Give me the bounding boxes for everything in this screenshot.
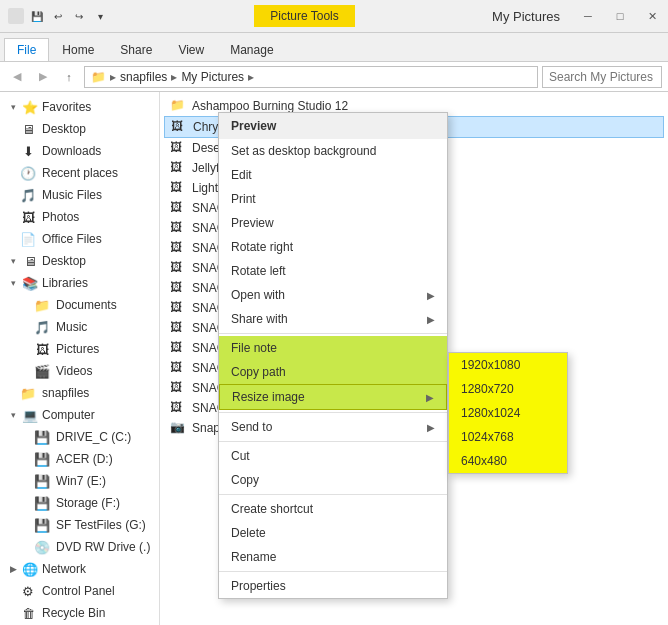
ctx-item-share-with[interactable]: Share with ▶ xyxy=(219,307,447,331)
ctx-item-send-to[interactable]: Send to ▶ xyxy=(219,415,447,439)
snapfiles-icon: 📁 xyxy=(20,385,36,401)
up-button[interactable]: ↑ xyxy=(58,66,80,88)
storage-icon: 💾 xyxy=(34,495,50,511)
path-mypictures[interactable]: My Pictures xyxy=(181,70,244,84)
ctx-item-rotate-left[interactable]: Rotate left xyxy=(219,259,447,283)
ctx-item-set-desktop[interactable]: Set as desktop background xyxy=(219,139,447,163)
undo-button[interactable]: ↩ xyxy=(49,7,67,25)
music-files-icon: 🎵 xyxy=(20,187,36,203)
tab-view[interactable]: View xyxy=(165,38,217,61)
redo-button[interactable]: ↪ xyxy=(70,7,88,25)
sidebar-item-documents[interactable]: 📁 Documents xyxy=(0,294,159,316)
ctx-item-cut[interactable]: Cut xyxy=(219,444,447,468)
expand-icon5: ▶ xyxy=(8,564,18,574)
sidebar-item-drive-c[interactable]: 💾 DRIVE_C (C:) xyxy=(0,426,159,448)
ctx-item-rename[interactable]: Rename xyxy=(219,545,447,569)
sidebar-libraries-header[interactable]: ▾ 📚 Libraries xyxy=(0,272,159,294)
ctx-item-file-note[interactable]: File note xyxy=(219,336,447,360)
acer-icon: 💾 xyxy=(34,451,50,467)
forward-button[interactable]: ▶ xyxy=(32,66,54,88)
file-icon: 📁 xyxy=(170,98,186,114)
search-input[interactable] xyxy=(542,66,662,88)
submenu-item-640[interactable]: 640x480 xyxy=(449,449,567,473)
sidebar-item-downloads[interactable]: ⬇ Downloads xyxy=(0,140,159,162)
sidebar-item-videos[interactable]: 🎬 Videos xyxy=(0,360,159,382)
context-menu: Preview Set as desktop background Edit P… xyxy=(218,112,448,599)
submenu-item-1280-1024[interactable]: 1280x1024 xyxy=(449,401,567,425)
ctx-item-delete[interactable]: Delete xyxy=(219,521,447,545)
tab-home[interactable]: Home xyxy=(49,38,107,61)
quick-access: 💾 ↩ ↪ ▾ xyxy=(28,7,109,25)
favorites-label: Favorites xyxy=(42,100,91,114)
file-icon-img: 🖼 xyxy=(171,119,187,135)
sidebar-item-music[interactable]: 🎵 Music xyxy=(0,316,159,338)
sidebar-item-storage[interactable]: 💾 Storage (F:) xyxy=(0,492,159,514)
ctx-item-open-with[interactable]: Open with ▶ xyxy=(219,283,447,307)
sidebar-network-header[interactable]: ▶ 🌐 Network xyxy=(0,558,159,580)
minimize-button[interactable]: ─ xyxy=(572,0,604,33)
ctx-item-preview[interactable]: Preview xyxy=(219,211,447,235)
recycle-bin-icon: 🗑 xyxy=(20,605,36,621)
close-button[interactable]: ✕ xyxy=(636,0,668,33)
sidebar-item-desktop[interactable]: 🖥 Desktop xyxy=(0,118,159,140)
sidebar-documents-label: Documents xyxy=(56,298,117,312)
submenu-item-1920[interactable]: 1920x1080 xyxy=(449,353,567,377)
sidebar-item-snapfiles[interactable]: 📁 snapfiles xyxy=(0,382,159,404)
favorites-icon: ⭐ xyxy=(22,99,38,115)
ctx-item-copy-path[interactable]: Copy path xyxy=(219,360,447,384)
ctx-item-create-shortcut[interactable]: Create shortcut xyxy=(219,497,447,521)
maximize-button[interactable]: □ xyxy=(604,0,636,33)
sidebar-item-acer[interactable]: 💾 ACER (D:) xyxy=(0,448,159,470)
music-icon: 🎵 xyxy=(34,319,50,335)
ctx-set-desktop-label: Set as desktop background xyxy=(231,144,376,158)
ctx-item-properties[interactable]: Properties xyxy=(219,574,447,598)
main-layout: ▾ ⭐ Favorites 🖥 Desktop ⬇ Downloads 🕐 Re… xyxy=(0,92,668,625)
sidebar-desktop-group[interactable]: ▾ 🖥 Desktop xyxy=(0,250,159,272)
sidebar-item-office-files[interactable]: 📄 Office Files xyxy=(0,228,159,250)
sidebar-item-win7[interactable]: 💾 Win7 (E:) xyxy=(0,470,159,492)
expand-icon: ▾ xyxy=(8,102,18,112)
dvd-icon: 💿 xyxy=(34,539,50,555)
sidebar-item-dvd[interactable]: 💿 DVD RW Drive (.) xyxy=(0,536,159,558)
tab-share[interactable]: Share xyxy=(107,38,165,61)
back-button[interactable]: ◀ xyxy=(6,66,28,88)
sidebar-control-panel-label: Control Panel xyxy=(42,584,115,598)
save-button[interactable]: 💾 xyxy=(28,7,46,25)
ctx-item-copy[interactable]: Copy xyxy=(219,468,447,492)
ctx-item-edit[interactable]: Edit xyxy=(219,163,447,187)
sidebar-item-pictures[interactable]: 🖼 Pictures xyxy=(0,338,159,360)
sidebar-favorites-header[interactable]: ▾ ⭐ Favorites xyxy=(0,96,159,118)
sidebar-recent-label: Recent places xyxy=(42,166,118,180)
ctx-item-rotate-right[interactable]: Rotate right xyxy=(219,235,447,259)
pictures-icon: 🖼 xyxy=(34,341,50,357)
ctx-separator2 xyxy=(219,412,447,413)
control-panel-icon: ⚙ xyxy=(20,583,36,599)
ctx-item-print[interactable]: Print xyxy=(219,187,447,211)
submenu-item-1024[interactable]: 1024x768 xyxy=(449,425,567,449)
sidebar-item-control-panel[interactable]: ⚙ Control Panel xyxy=(0,580,159,602)
documents-icon: 📁 xyxy=(34,297,50,313)
dropdown-button[interactable]: ▾ xyxy=(91,7,109,25)
sidebar-office-label: Office Files xyxy=(42,232,102,246)
recent-icon: 🕐 xyxy=(20,165,36,181)
ctx-open-with-label: Open with xyxy=(231,288,285,302)
submenu-item-1280-720[interactable]: 1280x720 xyxy=(449,377,567,401)
sidebar-item-music-files[interactable]: 🎵 Music Files xyxy=(0,184,159,206)
path-snapfiles[interactable]: snapfiles xyxy=(120,70,167,84)
sidebar-computer-header[interactable]: ▾ 💻 Computer xyxy=(0,404,159,426)
tab-file[interactable]: File xyxy=(4,38,49,61)
address-path[interactable]: 📁 ▸ snapfiles ▸ My Pictures ▸ xyxy=(84,66,538,88)
sidebar-item-photos[interactable]: 🖼 Photos xyxy=(0,206,159,228)
img-icon: 🖼 xyxy=(170,380,186,396)
ctx-arrow-open-with: ▶ xyxy=(427,290,435,301)
sidebar-item-recycle-bin[interactable]: 🗑 Recycle Bin xyxy=(0,602,159,624)
window-controls: ─ □ ✕ xyxy=(572,0,668,33)
img-icon: 🖼 xyxy=(170,280,186,296)
sidebar-item-recent[interactable]: 🕐 Recent places xyxy=(0,162,159,184)
tab-manage[interactable]: Manage xyxy=(217,38,286,61)
ctx-item-resize-image[interactable]: Resize image ▶ xyxy=(219,384,447,410)
sidebar-item-sf-testfiles[interactable]: 💾 SF TestFiles (G:) xyxy=(0,514,159,536)
ctx-separator1 xyxy=(219,333,447,334)
title-bar: 💾 ↩ ↪ ▾ Picture Tools My Pictures ─ □ ✕ xyxy=(0,0,668,33)
sidebar-sf-label: SF TestFiles (G:) xyxy=(56,518,146,532)
